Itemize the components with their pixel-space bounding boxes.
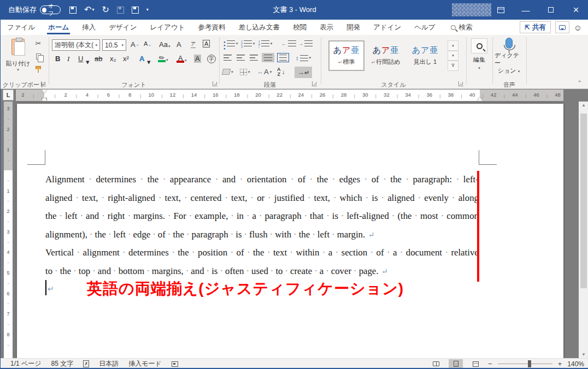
language-indicator[interactable]: 日本語 xyxy=(99,359,119,368)
editing-button[interactable]: 編集 ▾ xyxy=(468,38,490,70)
increase-indent-button[interactable]: → xyxy=(298,40,313,46)
shrink-font-button[interactable]: A⌄ xyxy=(144,40,151,47)
word-count[interactable]: 85 文字 xyxy=(51,359,74,368)
tab-表示[interactable]: 表示 xyxy=(313,20,340,35)
search-box[interactable]: 検索 xyxy=(451,23,473,32)
style-行間詰め[interactable]: あア亜↵行間詰め xyxy=(368,40,404,71)
print-layout-button[interactable] xyxy=(449,359,463,369)
text-effects-caret-icon[interactable]: ▾ xyxy=(147,58,151,66)
styles-scroll-down-button[interactable]: ▼ xyxy=(448,51,458,61)
align-right-button[interactable] xyxy=(250,55,258,61)
tab-ヘルプ[interactable]: ヘルプ xyxy=(408,20,442,35)
multilevel-list-button[interactable]: 1ai▾ xyxy=(258,40,272,46)
clipboard-dialog-launcher[interactable] xyxy=(41,81,46,86)
minimize-button[interactable]: — xyxy=(513,0,538,20)
proofing-status-button[interactable]: ✗ xyxy=(83,360,89,367)
superscript-button[interactable]: x² xyxy=(123,55,129,63)
scroll-up-icon[interactable]: ▲ xyxy=(579,103,588,108)
document-page[interactable]: Alignment·determines·the·appearance·and·… xyxy=(17,104,563,358)
macro-record-button[interactable] xyxy=(172,361,178,367)
horizontal-ruler[interactable]: 2468101214161820222426283032343638404244… xyxy=(16,90,563,101)
justify-button[interactable] xyxy=(262,53,274,62)
style-見出し 1[interactable]: あア亜見出し 1 xyxy=(407,40,443,71)
grow-font-button[interactable]: A⌃ xyxy=(131,40,139,49)
zoom-out-button[interactable]: − xyxy=(488,360,492,368)
enclose-characters-button[interactable]: 字 xyxy=(207,55,216,63)
tab-参考資料[interactable]: 参考資料 xyxy=(191,20,232,35)
show-formatting-marks-button[interactable]: →↵ xyxy=(295,67,312,78)
share-button[interactable]: ⇱ 共有 xyxy=(520,21,550,33)
italic-button[interactable]: I xyxy=(67,55,69,63)
autosave-toggle[interactable]: 自動保存 オフ xyxy=(8,5,61,15)
save-button[interactable] xyxy=(69,7,77,14)
distribute-button[interactable] xyxy=(277,53,289,62)
tab-校閲[interactable]: 校閲 xyxy=(286,20,313,35)
tab-ファイル[interactable]: ファイル xyxy=(1,20,42,35)
styles-gallery-more-button[interactable]: ▼ xyxy=(448,61,458,71)
account-name-redacted[interactable] xyxy=(452,3,491,16)
autosave-switch[interactable]: オフ xyxy=(40,5,61,14)
copy-button[interactable] xyxy=(32,51,44,61)
font-color-button[interactable]: A ▾ xyxy=(177,55,187,63)
styles-scroll-up-button[interactable]: ▲ xyxy=(448,40,458,51)
decrease-indent-button[interactable]: ← xyxy=(281,40,296,46)
tab-ホーム[interactable]: ホーム xyxy=(42,20,75,35)
close-button[interactable]: × xyxy=(563,0,588,20)
phonetic-guide-button[interactable]: ア xyxy=(191,40,196,48)
feedback-smiley-button[interactable]: ☺ xyxy=(574,23,582,32)
zoom-level[interactable]: 140% xyxy=(567,360,584,368)
align-center-button[interactable] xyxy=(237,55,245,61)
web-layout-button[interactable] xyxy=(468,359,483,369)
document-text[interactable]: Alignment·determines·the·appearance·and·… xyxy=(45,170,479,280)
tab-挿入[interactable]: 挿入 xyxy=(75,20,102,35)
customize-quickaccess-button[interactable] xyxy=(132,7,139,14)
character-shading-button[interactable]: A xyxy=(194,55,201,63)
change-case-button[interactable]: Aa▾ xyxy=(159,40,170,49)
left-indent-marker[interactable] xyxy=(42,98,47,101)
right-indent-marker[interactable] xyxy=(477,94,483,101)
text-effects-button[interactable]: A xyxy=(139,55,144,63)
highlight-color-button[interactable]: ✎ ▾ xyxy=(158,55,168,62)
cut-button[interactable]: ✂ xyxy=(32,38,44,48)
quickaccess-more-button[interactable]: ▾ xyxy=(146,8,149,12)
tab-アドイン[interactable]: アドイン xyxy=(367,20,408,35)
font-size-select[interactable]: 10.5 ▾ xyxy=(102,39,126,51)
zoom-slider-thumb[interactable] xyxy=(528,360,531,367)
scroll-down-icon[interactable]: ▼ xyxy=(579,352,588,357)
redo-button[interactable]: ↻ xyxy=(102,5,109,14)
sort-button[interactable]: AZ↓ xyxy=(277,67,285,77)
tab-デザイン[interactable]: デザイン xyxy=(102,20,143,35)
font-dialog-launcher[interactable] xyxy=(213,81,217,86)
bullets-button[interactable]: ●●●▾ xyxy=(224,40,238,46)
font-name-select[interactable]: 游明朝 (本文( ▾ xyxy=(52,39,100,51)
underline-caret-icon[interactable]: ▾ xyxy=(86,58,90,66)
tab-開発[interactable]: 開発 xyxy=(340,20,367,35)
comments-button[interactable] xyxy=(555,21,569,33)
character-border-button[interactable]: A xyxy=(203,40,210,47)
page-indicator[interactable]: 1/1 ページ xyxy=(10,359,42,368)
undo-button[interactable]: ↶▾ xyxy=(84,5,94,14)
align-left-button[interactable] xyxy=(224,55,232,61)
dictation-button[interactable]: ディクテー ション ▾ xyxy=(495,38,523,74)
vertical-scrollbar[interactable]: ▲ ▼ xyxy=(579,102,588,358)
tab-レイアウト[interactable]: レイアウト xyxy=(143,20,191,35)
format-painter-button[interactable] xyxy=(32,64,44,74)
subscript-button[interactable]: x₂ xyxy=(110,55,116,63)
tab-差し込み文書[interactable]: 差し込み文書 xyxy=(232,20,286,35)
bold-button[interactable]: B xyxy=(55,55,60,63)
paragraph-dialog-launcher[interactable] xyxy=(312,81,317,86)
strikethrough-button[interactable]: ab xyxy=(95,55,102,63)
paste-button[interactable]: 貼り付け ▾ xyxy=(5,38,31,79)
zoom-slider[interactable] xyxy=(498,364,552,365)
insert-mode-indicator[interactable]: 挿入モード xyxy=(128,359,162,368)
borders-button[interactable]: ▾ xyxy=(240,69,250,75)
vertical-ruler[interactable]: 32112345678−−−−−−−−−−−− xyxy=(4,102,13,358)
ribbon-display-options-button[interactable] xyxy=(488,0,513,20)
shading-button[interactable]: ▾ xyxy=(222,69,233,75)
zoom-in-button[interactable]: + xyxy=(558,360,562,368)
line-spacing-button[interactable]: ↕▾ xyxy=(296,55,311,61)
underline-button[interactable]: U xyxy=(78,55,83,63)
tab-stop-selector[interactable]: L xyxy=(3,90,14,100)
scrollbar-thumb[interactable] xyxy=(580,114,587,288)
styles-dialog-launcher[interactable] xyxy=(458,81,463,86)
